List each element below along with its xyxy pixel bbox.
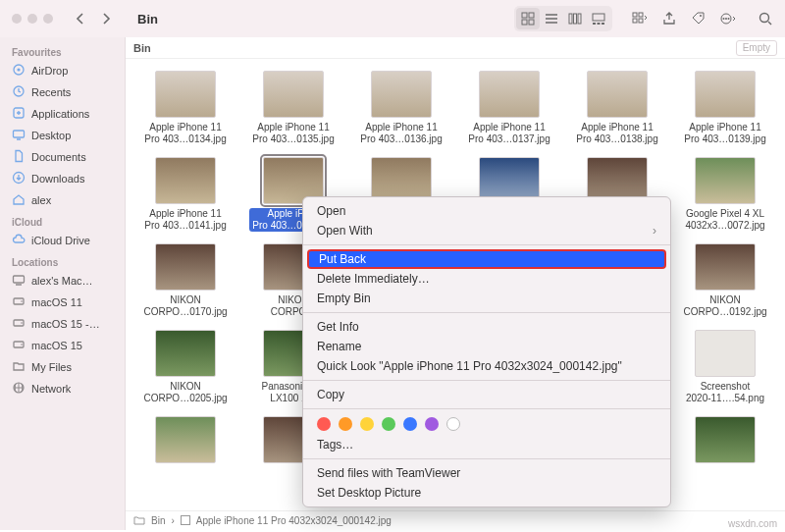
sidebar-item-label: Downloads (31, 173, 84, 185)
sidebar-item-label: AirDrop (31, 65, 68, 77)
forward-button[interactable] (94, 8, 118, 29)
svg-rect-27 (14, 276, 25, 283)
file-caption: NIKONCORPO…0192.jpg (683, 294, 766, 318)
ctx-tags[interactable]: Tags… (303, 435, 670, 454)
sidebar-item-documents[interactable]: Documents (6, 146, 125, 168)
column-view-button[interactable] (563, 8, 587, 29)
svg-rect-25 (14, 131, 25, 137)
sidebar-item-desktop[interactable]: Desktop (6, 125, 125, 146)
path-segment[interactable]: Bin (151, 515, 165, 526)
file-item[interactable]: NIKONCORPO…0205.jpg (131, 326, 239, 412)
file-item[interactable]: Apple iPhone 11Pro 403…0137.jpg (455, 67, 563, 153)
svg-point-15 (700, 15, 702, 17)
file-thumbnail (371, 71, 432, 118)
file-thumbnail (155, 71, 216, 118)
file-thumbnail (587, 71, 648, 118)
tag-color[interactable] (360, 417, 374, 431)
file-caption: Apple iPhone 11Pro 403…0141.jpg (144, 208, 226, 232)
file-item[interactable]: Apple iPhone 11Pro 403…0139.jpg (671, 67, 779, 153)
file-item[interactable]: Apple iPhone 11Pro 403…0136.jpg (347, 67, 455, 153)
clock-icon (12, 84, 26, 100)
file-item[interactable]: Apple iPhone 11Pro 403…0138.jpg (563, 67, 671, 153)
group-button[interactable] (628, 8, 652, 29)
file-caption: Apple iPhone 11Pro 403…0135.jpg (252, 122, 334, 145)
tag-color[interactable] (382, 417, 395, 431)
search-button[interactable] (754, 8, 777, 29)
sidebar-section-header: Locations (6, 251, 125, 270)
sidebar-item-macos-11[interactable]: macOS 11 (6, 292, 125, 313)
svg-rect-14 (639, 19, 643, 23)
empty-bin-button[interactable]: Empty (736, 40, 777, 56)
file-thumbnail (155, 416, 216, 463)
sidebar-item-network[interactable]: Network (6, 378, 125, 399)
svg-rect-6 (578, 14, 581, 24)
file-item[interactable]: Apple iPhone 11Pro 403…0141.jpg (131, 153, 239, 239)
sidebar: FavouritesAirDropRecentsApplicationsDesk… (0, 37, 125, 530)
path-segment[interactable]: Apple iPhone 11 Pro 4032x3024_000142.jpg (196, 515, 392, 526)
file-item[interactable]: NIKONCORPO…0192.jpg (671, 239, 779, 326)
svg-rect-0 (522, 13, 527, 18)
file-item[interactable]: Apple iPhone 11Pro 403…0134.jpg (131, 67, 239, 153)
ctx-delete-immediately[interactable]: Delete Immediately… (303, 269, 670, 289)
tag-color[interactable] (425, 417, 439, 431)
back-button[interactable] (69, 8, 92, 29)
sidebar-item-applications[interactable]: Applications (6, 103, 125, 125)
file-item[interactable] (671, 412, 779, 475)
ctx-teamviewer[interactable]: Send files with TeamViewer (303, 463, 670, 483)
tag-none[interactable] (446, 417, 460, 431)
path-sep: › (171, 515, 174, 526)
ctx-quick-look[interactable]: Quick Look "Apple iPhone 11 Pro 4032x302… (303, 356, 670, 376)
minimize-dot[interactable] (27, 14, 37, 24)
sidebar-item-macos-15[interactable]: macOS 15 (6, 335, 125, 356)
close-dot[interactable] (12, 14, 22, 24)
tag-color[interactable] (403, 417, 417, 431)
sidebar-item-macos-15-[interactable]: macOS 15 -… (6, 313, 125, 335)
folder-icon (133, 515, 145, 527)
svg-point-33 (21, 344, 23, 346)
list-view-button[interactable] (540, 8, 563, 29)
icon-view-button[interactable] (516, 8, 540, 29)
ctx-rename[interactable]: Rename (303, 337, 670, 356)
sidebar-item-downloads[interactable]: Downloads (6, 168, 125, 189)
sidebar-item-airdrop[interactable]: AirDrop (6, 60, 125, 81)
ctx-open[interactable]: Open (303, 201, 670, 221)
gallery-view-button[interactable] (587, 8, 610, 29)
ctx-get-info[interactable]: Get Info (303, 317, 670, 337)
svg-rect-1 (529, 13, 534, 18)
ctx-open-with[interactable]: Open With › (303, 221, 670, 240)
ctx-put-back[interactable]: Put Back (307, 249, 666, 269)
sidebar-item-alex[interactable]: alex (6, 189, 125, 211)
sidebar-item-recents[interactable]: Recents (6, 81, 125, 103)
file-caption: Apple iPhone 11Pro 403…0139.jpg (684, 122, 765, 145)
svg-rect-35 (181, 515, 189, 524)
file-caption: NIKONCORPO…0170.jpg (143, 294, 227, 318)
sidebar-item-my-files[interactable]: My Files (6, 356, 125, 378)
ctx-separator (303, 244, 670, 245)
ctx-empty-bin[interactable]: Empty Bin (303, 289, 670, 308)
file-item[interactable]: NIKONCORPO…0170.jpg (131, 239, 239, 326)
file-item[interactable] (131, 412, 239, 475)
file-caption: Apple iPhone 11Pro 403…0136.jpg (360, 122, 442, 145)
file-thumbnail (695, 71, 756, 118)
share-button[interactable] (657, 8, 681, 29)
ctx-set-desktop[interactable]: Set Desktop Picture (303, 483, 670, 503)
globe-icon (12, 381, 26, 397)
tags-button[interactable] (687, 8, 710, 29)
file-thumbnail (479, 71, 540, 118)
sidebar-item-label: alex (31, 194, 51, 206)
tag-color[interactable] (317, 417, 331, 431)
mac-icon (12, 273, 26, 289)
ctx-copy[interactable]: Copy (303, 385, 670, 404)
sidebar-item-alex-s-mac-[interactable]: alex's Mac… (6, 270, 125, 292)
sidebar-item-icloud-drive[interactable]: iCloud Drive (6, 230, 125, 251)
files-icon (12, 359, 26, 375)
zoom-dot[interactable] (43, 14, 53, 24)
disk-icon (12, 316, 26, 332)
location-title: Bin (133, 42, 151, 54)
tag-color[interactable] (339, 417, 352, 431)
file-item[interactable]: Google Pixel 4 XL4032x3…0072.jpg (671, 153, 779, 239)
svg-rect-12 (639, 13, 643, 17)
action-button[interactable] (716, 8, 740, 29)
file-item[interactable]: Apple iPhone 11Pro 403…0135.jpg (239, 67, 347, 153)
file-item[interactable]: Screenshot2020-11….54.png (671, 326, 779, 412)
